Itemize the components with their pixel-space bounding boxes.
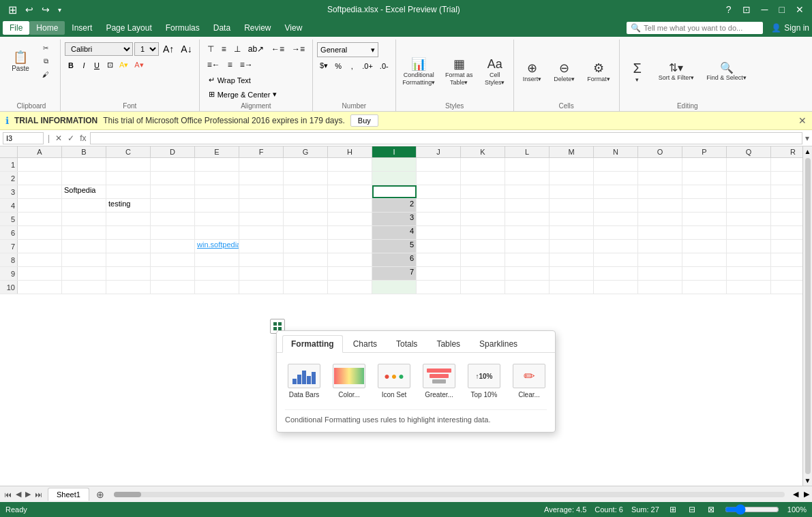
find-select-button[interactable]: 🔍 Find & Select▾ — [702, 52, 751, 91]
increase-font-button[interactable]: A↑ — [160, 42, 177, 56]
col-header-O[interactable]: O — [638, 146, 682, 157]
cell-J9[interactable] — [417, 267, 461, 280]
cell-M4[interactable] — [550, 199, 594, 212]
underline-button[interactable]: U — [91, 60, 103, 71]
cell-M10[interactable] — [550, 281, 594, 294]
cell-E8[interactable] — [195, 253, 239, 266]
cell-M7[interactable] — [550, 240, 594, 253]
row-header-8[interactable]: 8 — [0, 253, 18, 266]
cell-D9[interactable] — [151, 267, 195, 280]
col-header-A[interactable]: A — [18, 146, 62, 157]
row-header-3[interactable]: 3 — [0, 185, 18, 198]
maximize-button[interactable]: □ — [777, 3, 787, 16]
cell-C10[interactable] — [106, 281, 151, 294]
cell-A1[interactable] — [18, 158, 62, 171]
cell-E9[interactable] — [195, 267, 239, 280]
cell-J4[interactable] — [417, 199, 461, 212]
cell-G1[interactable] — [284, 158, 328, 171]
cell-P5[interactable] — [682, 213, 727, 225]
row-header-1[interactable]: 1 — [0, 158, 18, 171]
cell-A3[interactable] — [18, 185, 62, 198]
cell-C8[interactable] — [106, 253, 151, 266]
autosum-button[interactable]: Σ ▾ — [624, 52, 651, 91]
cell-B1[interactable] — [62, 158, 106, 171]
cell-F5[interactable] — [239, 213, 284, 225]
cell-I5[interactable]: 3 — [372, 213, 417, 225]
cell-D6[interactable] — [151, 226, 195, 239]
cell-G10[interactable] — [284, 281, 328, 294]
cell-K4[interactable] — [461, 199, 505, 212]
cell-J2[interactable] — [417, 172, 461, 185]
cell-A5[interactable] — [18, 213, 62, 225]
cell-F4[interactable] — [239, 199, 284, 212]
cell-O4[interactable] — [638, 199, 682, 212]
window-controls[interactable]: ? ⊡ ─ □ ✕ — [723, 3, 807, 16]
select-all-button[interactable] — [0, 146, 18, 157]
menu-data[interactable]: Data — [207, 21, 237, 35]
menu-page-layout[interactable]: Page Layout — [99, 21, 158, 35]
cell-P4[interactable] — [682, 199, 727, 212]
cell-Q5[interactable] — [727, 213, 771, 225]
cell-E3[interactable] — [195, 185, 239, 198]
cell-G2[interactable] — [284, 172, 328, 185]
cell-K10[interactable] — [461, 281, 505, 294]
sort-filter-button[interactable]: ⇅▾ Sort & Filter▾ — [654, 52, 700, 91]
minimize-button[interactable]: ─ — [759, 3, 771, 16]
formula-input[interactable] — [90, 132, 802, 144]
cell-C9[interactable] — [106, 267, 151, 280]
cell-E5[interactable] — [195, 213, 239, 225]
cell-C2[interactable] — [106, 172, 151, 185]
cell-H10[interactable] — [328, 281, 372, 294]
cell-R3[interactable] — [771, 185, 802, 198]
cell-I1[interactable] — [372, 158, 417, 171]
sign-in-button[interactable]: 👤 Sign in — [771, 23, 809, 33]
buy-button[interactable]: Buy — [350, 114, 378, 127]
cell-K5[interactable] — [461, 213, 505, 225]
col-header-P[interactable]: P — [682, 146, 727, 157]
cell-M9[interactable] — [550, 267, 594, 280]
align-middle-button[interactable]: ≡ — [218, 42, 230, 56]
cell-P1[interactable] — [682, 158, 727, 171]
cell-P6[interactable] — [682, 226, 727, 239]
cell-K1[interactable] — [461, 158, 505, 171]
zoom-slider[interactable] — [725, 504, 779, 515]
cell-D2[interactable] — [151, 172, 195, 185]
cell-B5[interactable] — [62, 213, 106, 225]
formula-expand-icon[interactable]: ▾ — [805, 134, 809, 143]
search-bar[interactable]: 🔍 — [627, 22, 763, 34]
qa-data-bars-button[interactable]: Data Bars — [285, 361, 323, 401]
page-break-view-button[interactable]: ⊠ — [706, 504, 717, 515]
ribbon-display-button[interactable]: ⊡ — [740, 3, 753, 16]
sheet-nav-left-left[interactable]: ⏮ — [3, 490, 13, 499]
cell-C1[interactable] — [106, 158, 151, 171]
cell-K2[interactable] — [461, 172, 505, 185]
cell-R10[interactable] — [771, 281, 802, 294]
row-header-9[interactable]: 9 — [0, 267, 18, 280]
cell-D7[interactable] — [151, 240, 195, 253]
cell-L1[interactable] — [505, 158, 550, 171]
cell-A9[interactable] — [18, 267, 62, 280]
number-format-select[interactable]: General ▾ — [317, 42, 378, 57]
decrease-font-button[interactable]: A↓ — [178, 42, 194, 56]
cell-N4[interactable] — [594, 199, 638, 212]
row-header-5[interactable]: 5 — [0, 213, 18, 225]
align-right-button[interactable]: ≡→ — [237, 58, 256, 72]
cell-N3[interactable] — [594, 185, 638, 198]
close-button[interactable]: ✕ — [793, 3, 807, 16]
cell-L10[interactable] — [505, 281, 550, 294]
menu-insert[interactable]: Insert — [65, 21, 99, 35]
cell-M3[interactable] — [550, 185, 594, 198]
cell-D10[interactable] — [151, 281, 195, 294]
cell-P9[interactable] — [682, 267, 727, 280]
menu-home[interactable]: Home — [29, 21, 65, 35]
cell-E1[interactable] — [195, 158, 239, 171]
cell-Q6[interactable] — [727, 226, 771, 239]
cell-D1[interactable] — [151, 158, 195, 171]
indent-increase-button[interactable]: →≡ — [288, 42, 308, 56]
paste-button[interactable]: 📋 Paste — [7, 42, 34, 80]
cell-L5[interactable] — [505, 213, 550, 225]
cell-F1[interactable] — [239, 158, 284, 171]
menu-view[interactable]: View — [278, 21, 310, 35]
merge-dropdown-icon[interactable]: ▾ — [273, 90, 277, 99]
qa-color-scale-button[interactable]: Color... — [330, 361, 368, 401]
